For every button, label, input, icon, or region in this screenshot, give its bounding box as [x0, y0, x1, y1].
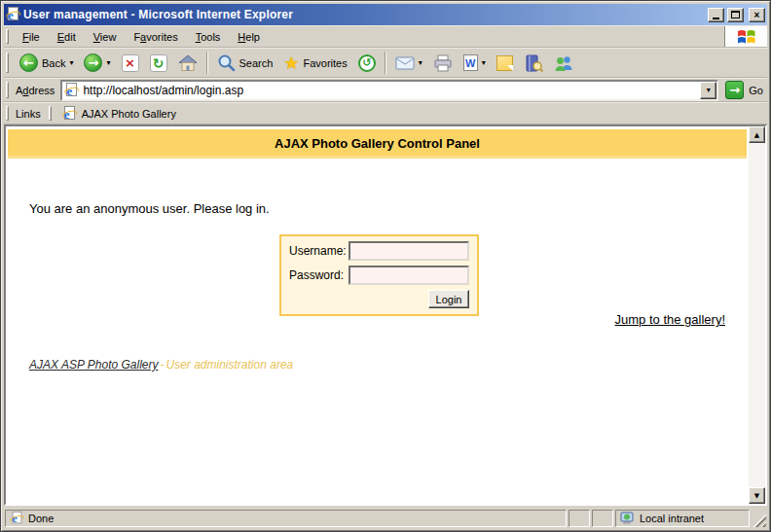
back-dropdown-icon[interactable]: ▾: [69, 58, 73, 67]
standard-toolbar: ← Back ▾ → ▾ × ↻ Search: [4, 48, 767, 78]
intranet-zone-icon: [620, 512, 636, 525]
links-label: Links: [14, 108, 47, 120]
menu-item-tools[interactable]: Tools: [187, 27, 230, 47]
favorites-icon: ★: [283, 53, 299, 73]
status-spacer-panel: [592, 510, 613, 527]
link-favicon: e: [62, 106, 77, 122]
print-button[interactable]: [428, 50, 458, 76]
status-spacer-panel: [569, 510, 590, 527]
home-button[interactable]: [173, 50, 202, 76]
mail-dropdown-icon[interactable]: ▾: [419, 58, 422, 67]
page-banner: AJAX Photo Gallery Control Panel: [8, 129, 747, 159]
window-resize-grip[interactable]: [752, 513, 766, 527]
edit-with-word-icon: W: [463, 54, 478, 71]
go-button[interactable]: → Go: [725, 81, 763, 99]
jump-to-gallery-link[interactable]: Jump to the gallery!: [615, 312, 725, 327]
status-bar: e Done Local intranet: [4, 506, 767, 528]
address-bar-grip[interactable]: [6, 82, 9, 97]
windows-flag-icon: [735, 27, 758, 47]
links-item-label: AJAX Photo Gallery: [82, 108, 176, 120]
menu-item-edit[interactable]: Edit: [49, 27, 85, 47]
username-field[interactable]: [349, 241, 469, 261]
maximize-icon: [731, 11, 740, 18]
menu-item-favorites[interactable]: Favorites: [125, 27, 186, 47]
scrollbar-track[interactable]: [749, 143, 765, 487]
page-title: AJAX Photo Gallery Control Panel: [275, 136, 480, 151]
username-label: Username:: [289, 244, 349, 258]
ie-icon[interactable]: e: [6, 7, 20, 22]
edit-with-word-button[interactable]: W ▾: [459, 50, 491, 76]
links-bar: Links e AJAX Photo Gallery: [4, 102, 767, 124]
browser-viewport: AJAX Photo Gallery Control Panel You are…: [4, 124, 767, 506]
window-title: User management - Microsoft Internet Exp…: [23, 8, 705, 21]
links-item-grip[interactable]: [49, 106, 52, 121]
status-text: Done: [28, 513, 54, 524]
messenger-button[interactable]: [549, 50, 578, 76]
scroll-up-icon: ▲: [754, 131, 759, 139]
links-bar-grip[interactable]: [6, 106, 9, 121]
home-icon: [178, 54, 198, 72]
address-dropdown-button[interactable]: ▾: [700, 82, 716, 99]
refresh-icon: ↻: [150, 54, 167, 72]
page-favicon: e: [64, 83, 79, 98]
login-button[interactable]: Login: [428, 290, 469, 308]
print-icon: [433, 54, 453, 72]
security-zone-panel: Local intranet: [615, 510, 750, 527]
toolbar-grip[interactable]: [6, 53, 9, 72]
menu-item-help[interactable]: Help: [229, 27, 269, 47]
address-url[interactable]: http://localhost/admin/login.asp: [83, 84, 696, 97]
scroll-up-button[interactable]: ▲: [749, 126, 765, 143]
links-item-ajax-photo-gallery[interactable]: e AJAX Photo Gallery: [56, 104, 182, 124]
research-button[interactable]: [519, 50, 548, 76]
password-field[interactable]: [349, 266, 469, 285]
vertical-scrollbar[interactable]: ▲ ▼: [749, 126, 765, 504]
back-icon: ←: [19, 53, 38, 72]
address-bar: Address e http://localhost/admin/login.a…: [4, 78, 767, 102]
status-panel: e Done: [5, 510, 567, 527]
scroll-down-button[interactable]: ▼: [749, 487, 765, 504]
forward-dropdown-icon[interactable]: ▾: [106, 58, 110, 67]
forward-button[interactable]: → ▾: [79, 50, 115, 76]
mail-icon: [395, 56, 415, 70]
research-icon: [524, 53, 543, 73]
form-actions: Login: [289, 290, 469, 308]
title-bar: e User management - Microsoft Internet E…: [4, 4, 767, 25]
gallery-footer-link[interactable]: AJAX ASP Photo Gallery: [29, 358, 159, 372]
maximize-button[interactable]: [727, 8, 744, 22]
browser-window: e User management - Microsoft Internet E…: [0, 0, 771, 532]
go-icon: →: [725, 81, 744, 99]
footer-subtitle: User administration area: [166, 358, 294, 372]
forward-icon: →: [84, 53, 102, 72]
windows-logo-throbber: [724, 26, 767, 47]
stop-button[interactable]: ×: [117, 50, 144, 76]
edit-dropdown-icon[interactable]: ▾: [482, 58, 486, 67]
search-button[interactable]: Search: [212, 50, 278, 76]
search-icon: [217, 53, 236, 72]
history-button[interactable]: ↺: [353, 50, 381, 76]
intro-message: You are an anonymous user. Please log in…: [29, 201, 270, 216]
mail-button[interactable]: ▾: [390, 50, 427, 76]
history-icon: ↺: [358, 54, 376, 72]
menu-bar-grip[interactable]: [6, 29, 9, 44]
notes-button[interactable]: [492, 50, 518, 76]
close-button[interactable]: ×: [749, 8, 765, 22]
back-button[interactable]: ← Back ▾: [15, 50, 78, 76]
menu-item-view[interactable]: View: [85, 27, 126, 47]
scroll-down-icon: ▼: [754, 492, 759, 500]
menu-item-file[interactable]: File: [14, 27, 49, 47]
favorites-button[interactable]: ★ Favorites: [278, 50, 351, 76]
address-label: Address: [14, 85, 60, 96]
username-row: Username:: [289, 241, 469, 261]
minimize-button[interactable]: [708, 8, 724, 22]
password-label: Password:: [289, 268, 349, 282]
refresh-button[interactable]: ↻: [145, 50, 172, 76]
address-input[interactable]: e http://localhost/admin/login.asp ▾: [60, 80, 718, 101]
minimize-icon: [713, 18, 719, 19]
page-footer: AJAX ASP Photo Gallery-User administrati…: [29, 358, 293, 372]
menu-items: FileEditViewFavoritesToolsHelp: [14, 27, 724, 47]
zone-text: Local intranet: [640, 513, 704, 524]
chevron-down-icon: ▾: [707, 86, 711, 94]
stop-icon: ×: [122, 54, 139, 72]
search-label: Search: [239, 57, 274, 69]
menu-bar: FileEditViewFavoritesToolsHelp: [4, 25, 767, 48]
